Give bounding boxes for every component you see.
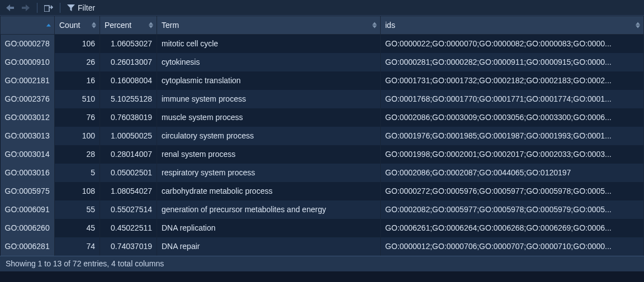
- column-label: Term: [162, 21, 179, 30]
- sort-icon: [92, 22, 96, 28]
- cell-id: GO:0006260: [1, 219, 55, 237]
- column-label: Count: [59, 21, 80, 30]
- cell-percent: 0.16008004: [100, 71, 157, 90]
- column-header-id[interactable]: [1, 16, 55, 35]
- column-label: Percent: [105, 21, 131, 30]
- cell-count: 510: [55, 90, 100, 108]
- cell-percent: 0.26013007: [100, 53, 157, 71]
- cell-count: 106: [55, 35, 100, 53]
- cell-count: 74: [55, 237, 100, 256]
- cell-count: 76: [55, 108, 100, 127]
- cell-percent: 0.55027514: [100, 200, 157, 219]
- cell-term: DNA replication: [157, 219, 381, 237]
- status-bar: Showing 1 to 13 of 72 entries, 4 total c…: [0, 256, 644, 271]
- cell-id: GO:0000910: [1, 53, 55, 71]
- table-row[interactable]: GO:000301650.05002501respiratory system …: [1, 164, 644, 182]
- table-header: Count Percent Term ids: [1, 16, 644, 35]
- cell-term: respiratory system process: [157, 164, 381, 182]
- table-row[interactable]: GO:0006091550.55027514generation of prec…: [1, 200, 644, 219]
- nav-back-button[interactable]: [3, 2, 17, 14]
- cell-percent: 0.76038019: [100, 108, 157, 127]
- cell-ids: GO:0000272;GO:0005976;GO:0005977;GO:0005…: [381, 182, 644, 200]
- cell-id: GO:0002181: [1, 71, 55, 90]
- filter-button[interactable]: Filter: [65, 2, 97, 14]
- table-row[interactable]: GO:00002781061.06053027mitotic cell cycl…: [1, 35, 644, 53]
- cell-ids: GO:0002082;GO:0005977;GO:0005978;GO:0005…: [381, 200, 644, 219]
- cell-ids: GO:0002086;GO:0003009;GO:0003056;GO:0003…: [381, 108, 644, 127]
- cell-term: renal system process: [157, 145, 381, 164]
- cell-ids: GO:0001998;GO:0002001;GO:0002017;GO:0002…: [381, 145, 644, 164]
- data-table: Count Percent Term ids GO:00002781061.06…: [0, 16, 644, 256]
- cell-count: 45: [55, 219, 100, 237]
- cell-id: GO:0002376: [1, 90, 55, 108]
- cell-id: GO:0006091: [1, 200, 55, 219]
- table-row[interactable]: GO:00023765105.10255128immune system pro…: [1, 90, 644, 108]
- cell-term: cytoplasmic translation: [157, 71, 381, 90]
- cell-ids: GO:0001976;GO:0001985;GO:0001987;GO:0001…: [381, 127, 644, 145]
- cell-ids: GO:0006261;GO:0006264;GO:0006268;GO:0006…: [381, 219, 644, 237]
- cell-ids: GO:0001768;GO:0001770;GO:0001771;GO:0001…: [381, 90, 644, 108]
- nav-forward-button[interactable]: [19, 2, 32, 14]
- table-row[interactable]: GO:00059751081.08054027carbohydrate meta…: [1, 182, 644, 200]
- export-button[interactable]: [42, 2, 55, 14]
- cell-count: 55: [55, 200, 100, 219]
- cell-term: muscle system process: [157, 108, 381, 127]
- toolbar-separator: [37, 3, 37, 13]
- cell-term: DNA repair: [157, 237, 381, 256]
- cell-id: GO:0003013: [1, 127, 55, 145]
- cell-ids: GO:0000281;GO:0000282;GO:0000911;GO:0000…: [381, 53, 644, 71]
- cell-id: GO:0003014: [1, 145, 55, 164]
- cell-percent: 5.10255128: [100, 90, 157, 108]
- table-row[interactable]: GO:0000910260.26013007cytokinesisGO:0000…: [1, 53, 644, 71]
- cell-count: 108: [55, 182, 100, 200]
- cell-percent: 0.05002501: [100, 164, 157, 182]
- cell-percent: 0.74037019: [100, 237, 157, 256]
- sort-icon: [46, 24, 51, 27]
- cell-term: circulatory system process: [157, 127, 381, 145]
- cell-id: GO:0006281: [1, 237, 55, 256]
- cell-term: generation of precursor metabolites and …: [157, 200, 381, 219]
- cell-count: 5: [55, 164, 100, 182]
- cell-id: GO:0003012: [1, 108, 55, 127]
- svg-rect-0: [44, 6, 49, 12]
- cell-term: immune system process: [157, 90, 381, 108]
- column-header-ids[interactable]: ids: [381, 16, 644, 35]
- column-header-percent[interactable]: Percent: [100, 16, 157, 35]
- table-row[interactable]: GO:0002181160.16008004cytoplasmic transl…: [1, 71, 644, 90]
- cell-percent: 1.00050025: [100, 127, 157, 145]
- cell-percent: 0.45022511: [100, 219, 157, 237]
- table-row[interactable]: GO:0003014280.28014007renal system proce…: [1, 145, 644, 164]
- cell-count: 26: [55, 53, 100, 71]
- table-row[interactable]: GO:00030131001.00050025circulatory syste…: [1, 127, 644, 145]
- toolbar-separator: [60, 3, 60, 13]
- cell-term: mitotic cell cycle: [157, 35, 381, 53]
- cell-percent: 1.08054027: [100, 182, 157, 200]
- table-row[interactable]: GO:0006260450.45022511DNA replicationGO:…: [1, 219, 644, 237]
- cell-term: carbohydrate metabolic process: [157, 182, 381, 200]
- column-label: ids: [385, 21, 395, 30]
- cell-count: 100: [55, 127, 100, 145]
- cell-count: 28: [55, 145, 100, 164]
- cell-id: GO:0005975: [1, 182, 55, 200]
- cell-ids: GO:0000022;GO:0000070;GO:0000082;GO:0000…: [381, 35, 644, 53]
- table-row[interactable]: GO:0003012760.76038019muscle system proc…: [1, 108, 644, 127]
- cell-id: GO:0000278: [1, 35, 55, 53]
- cell-term: cytokinesis: [157, 53, 381, 71]
- cell-percent: 1.06053027: [100, 35, 157, 53]
- cell-percent: 0.28014007: [100, 145, 157, 164]
- status-text: Showing 1 to 13 of 72 entries, 4 total c…: [6, 259, 164, 268]
- filter-label: Filter: [78, 3, 95, 12]
- cell-ids: GO:0000012;GO:0000706;GO:0000707;GO:0000…: [381, 237, 644, 256]
- cell-count: 16: [55, 71, 100, 90]
- sort-icon: [372, 22, 377, 28]
- funnel-icon: [67, 4, 75, 11]
- cell-id: GO:0003016: [1, 164, 55, 182]
- cell-ids: GO:0001731;GO:0001732;GO:0002182;GO:0002…: [381, 71, 644, 90]
- cell-ids: GO:0002086;GO:0002087;GO:0044065;GO:0120…: [381, 164, 644, 182]
- table-row[interactable]: GO:0006281740.74037019DNA repairGO:00000…: [1, 237, 644, 256]
- table-body: GO:00002781061.06053027mitotic cell cycl…: [1, 35, 644, 256]
- sort-icon: [149, 22, 153, 28]
- column-header-count[interactable]: Count: [55, 16, 100, 35]
- sort-icon: [636, 22, 640, 28]
- column-header-term[interactable]: Term: [157, 16, 381, 35]
